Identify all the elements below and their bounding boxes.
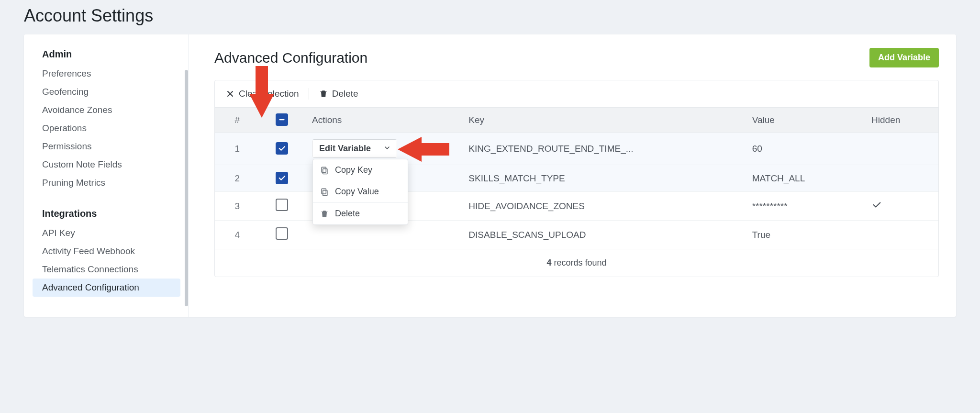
- copy-icon: [320, 187, 329, 197]
- row-index: 4: [215, 221, 260, 249]
- records-suffix: records found: [551, 258, 606, 268]
- main-content: Advanced Configuration Add Variable Clea…: [189, 34, 956, 317]
- sidebar-item-avoidance-zones[interactable]: Avoidance Zones: [33, 101, 180, 119]
- dropdown-copy-value[interactable]: Copy Value: [313, 181, 408, 202]
- row-key: SKILLS_MATCH_TYPE: [468, 173, 641, 184]
- toolbar-separator: [309, 88, 309, 100]
- row-checkbox[interactable]: [276, 142, 288, 155]
- svg-rect-6: [323, 190, 327, 195]
- sidebar-item-api-key[interactable]: API Key: [33, 224, 180, 242]
- copy-icon: [320, 166, 329, 175]
- table-toolbar: Clear selection Delete: [215, 80, 938, 107]
- trash-icon: [320, 209, 329, 219]
- svg-rect-7: [322, 189, 326, 194]
- select-all-checkbox[interactable]: [276, 113, 288, 126]
- dropdown-delete[interactable]: Delete: [313, 203, 408, 224]
- col-header-key: Key: [461, 108, 744, 133]
- sidebar-item-pruning-metrics[interactable]: Pruning Metrics: [33, 174, 180, 192]
- row-value: 60: [745, 133, 864, 165]
- dropdown-copy-key-label: Copy Key: [335, 165, 372, 175]
- clear-selection-button[interactable]: Clear selection: [225, 89, 299, 99]
- sidebar-item-activity-feed-webhook[interactable]: Activity Feed Webhook: [33, 242, 180, 260]
- svg-rect-2: [421, 143, 449, 156]
- config-table-wrap: Clear selection Delete #: [214, 80, 939, 277]
- row-value: MATCH_ALL: [745, 165, 864, 192]
- sidebar: Admin Preferences Geofencing Avoidance Z…: [24, 34, 189, 317]
- sidebar-item-operations[interactable]: Operations: [33, 119, 180, 137]
- sidebar-item-preferences[interactable]: Preferences: [33, 65, 180, 83]
- annotation-arrow-left: [397, 137, 449, 162]
- sidebar-scrollbar[interactable]: [185, 70, 188, 306]
- check-icon: [871, 202, 882, 212]
- chevron-down-icon: [383, 144, 391, 153]
- edit-variable-split-button: Edit Variable: [312, 139, 397, 158]
- dropdown-delete-label: Delete: [335, 209, 360, 219]
- sidebar-item-permissions[interactable]: Permissions: [33, 137, 180, 156]
- svg-rect-4: [323, 168, 327, 174]
- settings-panel: Admin Preferences Geofencing Avoidance Z…: [24, 34, 956, 317]
- dropdown-copy-value-label: Copy Value: [335, 187, 379, 197]
- sidebar-item-telematics-connections[interactable]: Telematics Connections: [33, 260, 180, 279]
- svg-rect-5: [322, 167, 326, 172]
- col-header-index: #: [215, 108, 260, 133]
- sidebar-group-integrations: Integrations: [33, 205, 180, 224]
- row-checkbox[interactable]: [276, 227, 288, 240]
- sidebar-item-geofencing[interactable]: Geofencing: [33, 83, 180, 101]
- edit-variable-dropdown-toggle[interactable]: [378, 140, 397, 157]
- row-hidden: [864, 221, 938, 249]
- trash-icon: [319, 89, 328, 99]
- actions-dropdown-menu: Copy Key Copy Value: [312, 159, 408, 225]
- row-key: DISABLE_SCANS_UPLOAD: [468, 230, 641, 240]
- row-index: 1: [215, 133, 260, 165]
- svg-marker-3: [398, 137, 422, 162]
- clear-selection-label: Clear selection: [239, 89, 299, 99]
- row-index: 3: [215, 192, 260, 221]
- sidebar-item-custom-note-fields[interactable]: Custom Note Fields: [33, 156, 180, 174]
- row-value: True: [745, 221, 864, 249]
- col-header-actions: Actions: [304, 108, 461, 133]
- records-found: 4 records found: [215, 249, 938, 277]
- records-count: 4: [546, 258, 551, 268]
- toolbar-delete-button[interactable]: Delete: [319, 89, 358, 99]
- page-title: Account Settings: [24, 6, 956, 26]
- row-hidden: [864, 165, 938, 192]
- sidebar-item-advanced-configuration[interactable]: Advanced Configuration: [33, 279, 180, 297]
- config-table: # Actions Key Value Hidden: [215, 107, 938, 249]
- row-hidden: [864, 192, 938, 221]
- dropdown-copy-key[interactable]: Copy Key: [313, 159, 408, 181]
- main-title: Advanced Configuration: [214, 50, 368, 66]
- row-index: 2: [215, 165, 260, 192]
- col-header-checkbox: [260, 108, 305, 133]
- row-key: KING_EXTEND_ROUTE_END_TIME_...: [468, 144, 641, 154]
- close-icon: [225, 89, 235, 99]
- row-checkbox[interactable]: [276, 199, 288, 211]
- row-checkbox[interactable]: [276, 172, 288, 184]
- col-header-hidden: Hidden: [864, 108, 938, 133]
- row-key: HIDE_AVOIDANCE_ZONES: [468, 201, 641, 212]
- edit-variable-button[interactable]: Edit Variable: [312, 140, 378, 157]
- table-row: 1 Edit Variable: [215, 133, 938, 165]
- sidebar-group-admin: Admin: [33, 46, 180, 65]
- toolbar-delete-label: Delete: [332, 89, 358, 99]
- table-header-row: # Actions Key Value Hidden: [215, 108, 938, 133]
- row-value: **********: [745, 192, 864, 221]
- row-hidden: [864, 133, 938, 165]
- add-variable-button[interactable]: Add Variable: [869, 48, 939, 67]
- col-header-value: Value: [745, 108, 864, 133]
